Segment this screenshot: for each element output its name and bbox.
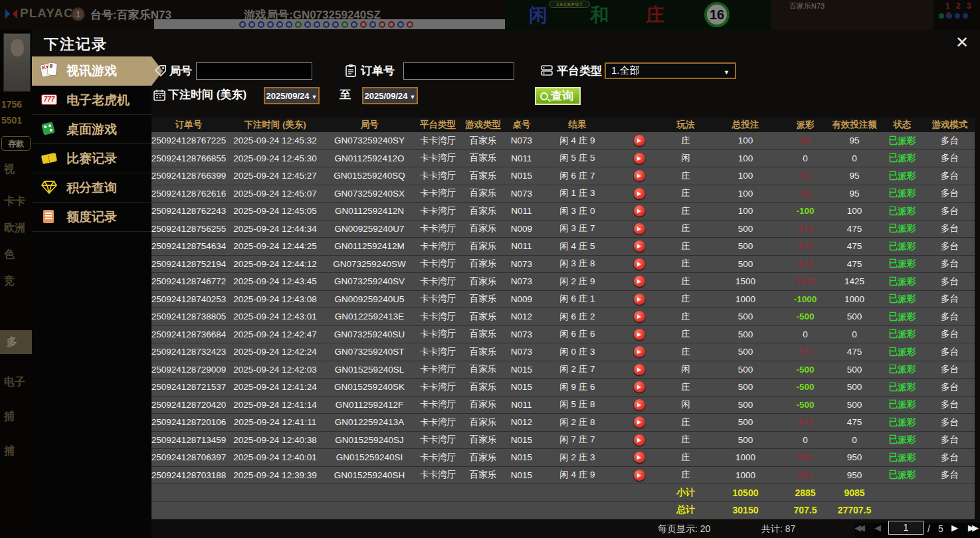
cell-valid_bet: 0 [829, 432, 880, 449]
cell-table_no: N073 [505, 132, 538, 149]
cell-game_type: 百家乐 [461, 132, 505, 149]
cell-mode: 多台 [925, 308, 975, 325]
cell-total_bet: 1000 [710, 449, 781, 466]
cell-bet_time: 2025-09-24 12:44:25 [226, 238, 324, 255]
cell-bet_time: 2025-09-24 12:41:24 [226, 379, 324, 396]
replay-icon[interactable]: ▶ [634, 470, 645, 481]
replay-icon[interactable]: ▶ [634, 294, 645, 305]
column-header: 总投注 [710, 118, 781, 132]
replay-icon[interactable]: ▶ [634, 416, 645, 428]
cell-status: 已派彩 [880, 238, 925, 255]
replay-icon[interactable]: ▶ [634, 364, 645, 375]
domino-icon [41, 121, 59, 138]
cell-game_type: 百家乐 [461, 449, 505, 466]
cell-table_no: N015 [505, 379, 538, 396]
next-page-icon[interactable]: ▶ [951, 523, 955, 533]
cell-play: 庄 [662, 414, 710, 431]
cell-game_type: 百家乐 [461, 256, 505, 273]
sidebar-item-video-games[interactable]: K♥9 视讯游戏 [32, 56, 151, 86]
cell-table_no: N015 [505, 467, 538, 484]
cell-mode: 多台 [925, 221, 975, 238]
date-from-picker[interactable]: 2025/09/24 [264, 87, 320, 104]
column-header: 结果 [538, 118, 617, 132]
cell-payout: 475 [781, 343, 829, 361]
cell-payout: 95 [781, 185, 829, 203]
sidebar-item-points-query[interactable]: 积分查询 [32, 173, 151, 203]
subtotal-total-bet: 10500 [710, 484, 781, 501]
page-number-input[interactable]: 1 [888, 521, 924, 535]
column-header: 派彩 [781, 118, 829, 132]
cell-order_id: 250924128766399 [151, 167, 226, 185]
replay-icon[interactable]: ▶ [634, 188, 645, 199]
order-filter-input[interactable] [403, 62, 514, 80]
replay-icon[interactable]: ▶ [634, 205, 645, 217]
replay-icon[interactable]: ▶ [634, 276, 645, 287]
sidebar-item-match-records[interactable]: 比赛记录 [32, 144, 151, 173]
cell-table_no: N015 [505, 167, 538, 185]
cell-status: 已派彩 [880, 150, 925, 167]
cell-valid_bet: 950 [829, 467, 880, 484]
replay-icon[interactable]: ▶ [634, 434, 645, 446]
sidebar-item-table-games[interactable]: 桌面游戏 [32, 115, 151, 144]
cell-bet_time: 2025-09-24 12:40:38 [226, 432, 324, 449]
cell-platform: 卡卡湾厅 [415, 397, 461, 414]
replay-icon[interactable]: ▶ [634, 135, 645, 146]
cell-order_id: 250924128752194 [151, 256, 226, 273]
cell-round_id: GN015259240SQ [324, 167, 415, 185]
replay-icon[interactable]: ▶ [634, 452, 645, 463]
cell-table_no: N073 [505, 256, 538, 273]
replay-icon[interactable]: ▶ [634, 329, 645, 340]
clipboard-icon [344, 64, 357, 77]
cell-bet_time: 2025-09-24 12:40:01 [226, 449, 324, 466]
cell-status: 已派彩 [880, 291, 925, 308]
table-row: 2509241287201062025-09-24 12:41:11GN0122… [151, 414, 975, 432]
last-page-icon[interactable]: ▶▶ [968, 523, 976, 533]
replay-icon[interactable]: ▶ [634, 153, 645, 164]
cell-mode: 多台 [925, 343, 975, 361]
cell-round_id: GN015259240SJ [324, 432, 415, 449]
cell-game_type: 百家乐 [461, 467, 505, 484]
cell-platform: 卡卡湾厅 [415, 449, 461, 466]
replay-icon[interactable]: ▶ [634, 399, 645, 410]
sidebar-item-slots[interactable]: 777 电子老虎机 [32, 86, 151, 115]
cell-order_id: 250924128721537 [151, 379, 226, 396]
round-filter-input[interactable] [196, 62, 312, 80]
replay-icon[interactable]: ▶ [634, 170, 645, 181]
per-page-label: 每页显示: 20 [658, 523, 710, 535]
cell-mode: 多台 [925, 326, 975, 343]
table-row: 2509241287215372025-09-24 12:41:24GN0152… [151, 379, 975, 397]
cell-play: 庄 [662, 273, 710, 290]
cell-total_bet: 500 [710, 361, 781, 379]
cell-bet_time: 2025-09-24 12:44:12 [226, 256, 324, 273]
cell-result: 闲 6 庄 7 [538, 167, 617, 185]
sidebar-item-quota-records[interactable]: 额度记录 [32, 203, 151, 232]
date-to-picker[interactable]: 2025/09/24 [362, 87, 418, 104]
cell-total_bet: 500 [710, 256, 781, 273]
table-row: 2509241287134592025-09-24 12:40:38GN0152… [151, 432, 975, 450]
replay-icon[interactable]: ▶ [634, 346, 645, 357]
total-label: 总计 [662, 502, 710, 519]
platform-select[interactable]: 1.全部 [605, 62, 736, 79]
cell-payout: 95 [781, 167, 829, 185]
cell-status: 已派彩 [880, 467, 925, 484]
cell-mode: 多台 [925, 291, 975, 308]
replay-icon[interactable]: ▶ [634, 223, 645, 234]
cell-result: 闲 3 庄 7 [538, 221, 617, 238]
cell-mode: 多台 [925, 467, 975, 484]
search-icon [540, 92, 548, 100]
table-row: 2509241287663992025-09-24 12:45:27GN0152… [151, 167, 975, 185]
query-button[interactable]: 查询 [535, 87, 581, 105]
cell-total_bet: 500 [710, 397, 781, 414]
replay-icon[interactable]: ▶ [634, 258, 645, 270]
replay-icon[interactable]: ▶ [634, 381, 645, 393]
cell-mode: 多台 [925, 132, 975, 149]
close-icon[interactable]: ✕ [953, 34, 971, 51]
cell-payout: 475 [781, 238, 829, 255]
cell-game_type: 百家乐 [461, 361, 505, 379]
cell-payout: 950 [781, 467, 829, 484]
replay-icon[interactable]: ▶ [634, 240, 645, 252]
replay-icon[interactable]: ▶ [634, 311, 645, 322]
cell-table_no: N073 [505, 273, 538, 290]
cell-platform: 卡卡湾厅 [415, 132, 461, 149]
cell-table_no: N073 [505, 185, 538, 203]
